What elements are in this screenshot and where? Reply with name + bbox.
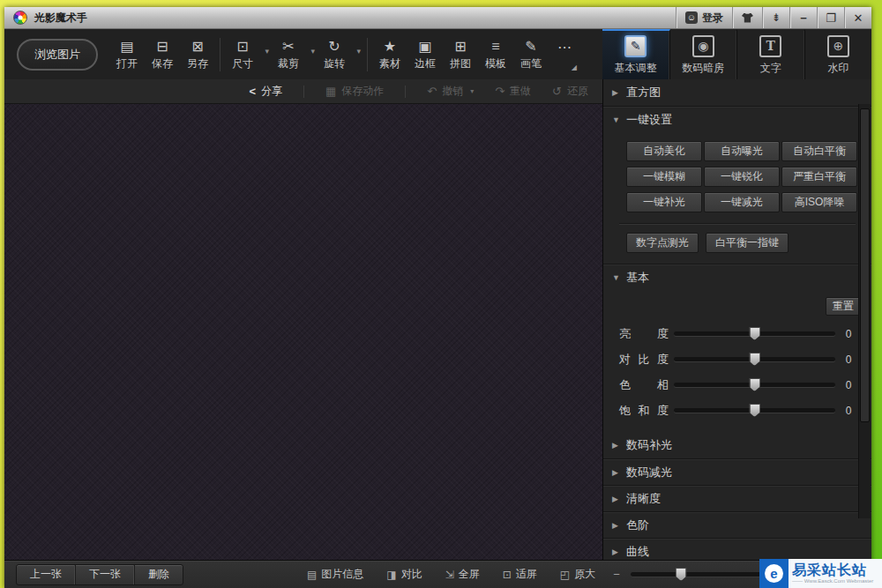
toolbar-button-brush[interactable]: 画笔 — [513, 33, 549, 77]
slider-track[interactable] — [674, 331, 835, 336]
edit-share[interactable]: 分享 — [249, 84, 282, 99]
edit-restore[interactable]: 还原 — [552, 84, 588, 99]
view-original-size[interactable]: 原大 — [560, 567, 595, 582]
zoom-out-button[interactable]: − — [611, 568, 622, 581]
reset-button[interactable]: 重置 — [826, 297, 861, 316]
tab-basic-adjust[interactable]: 基本调整 — [602, 29, 670, 79]
edit-save-action[interactable]: 保存动作 — [325, 84, 384, 99]
tab-label: 基本调整 — [615, 61, 657, 76]
darkroom-icon — [692, 35, 714, 57]
triangle-collapsed-icon: ▶ — [612, 547, 619, 556]
one-key-button[interactable]: 严重白平衡 — [781, 167, 857, 187]
minimize-button[interactable]: − — [789, 7, 817, 28]
toolbar-more-button[interactable]: ⋯ ◢ — [549, 33, 580, 77]
tab-text[interactable]: 文字 — [737, 29, 805, 79]
view-label: 适屏 — [516, 567, 537, 582]
section-数码补光[interactable]: ▶数码补光 — [603, 432, 871, 458]
corner-triangle-icon: ◢ — [572, 63, 577, 71]
toolbar-button-crop[interactable]: 裁剪▾ — [271, 33, 317, 77]
toolbar-buttons: 打开保存另存尺寸▾裁剪▾旋转▾素材边框拼图模板画笔⋯ ◢ — [109, 33, 580, 77]
view-fit-screen[interactable]: 适屏 — [503, 567, 537, 582]
section-title: 清晰度 — [626, 491, 661, 507]
template-icon — [491, 39, 499, 55]
section-数码减光[interactable]: ▶数码减光 — [603, 458, 871, 485]
one-key-button[interactable]: 一键模糊 — [626, 167, 702, 187]
toolbar-button-rotate[interactable]: 旋转▾ — [317, 33, 363, 77]
slider-label: 饱和度 — [619, 403, 669, 419]
toolbar-button-save[interactable]: 保存 — [145, 33, 180, 77]
nav-button[interactable]: 下一张 — [76, 565, 135, 584]
one-key-button[interactable]: 自动美化 — [626, 141, 702, 161]
one-key-button[interactable]: 一键减光 — [704, 192, 780, 212]
watermark-subtext: —— Www.Easck.Com Webmaster — [792, 577, 882, 584]
view-image-info[interactable]: 图片信息 — [307, 567, 363, 582]
toolbar-button-save-as[interactable]: 另存 — [180, 33, 215, 77]
one-key-button[interactable]: 自动曝光 — [704, 141, 780, 161]
section-清晰度[interactable]: ▶清晰度 — [603, 485, 871, 511]
tab-label: 水印 — [827, 61, 848, 76]
edit-redo[interactable]: 重做 — [495, 84, 531, 99]
section-histogram[interactable]: ▶ 直方图 — [603, 79, 871, 106]
panel-scrollbar[interactable] — [858, 104, 871, 518]
toolbar-button-resize[interactable]: 尺寸▾ — [225, 33, 271, 77]
one-key-extra-button[interactable]: 白平衡一指键 — [706, 233, 789, 253]
browse-images-button[interactable]: 浏览图片 — [17, 39, 98, 71]
login-label: 登录 — [702, 11, 723, 26]
edit-undo[interactable]: 撤销▾ — [427, 84, 474, 99]
slider-handle[interactable] — [749, 404, 760, 417]
slider-handle[interactable] — [749, 353, 760, 366]
nav-button[interactable]: 上一张 — [17, 565, 76, 584]
watermark-icon — [827, 35, 849, 57]
basic-adjust-icon — [624, 35, 647, 57]
slider-track[interactable] — [674, 357, 835, 361]
section-title: 基本 — [626, 270, 649, 286]
section-basic[interactable]: ▼ 基本 — [603, 264, 871, 290]
section-曲线[interactable]: ▶曲线 — [603, 538, 871, 560]
brush-icon — [525, 39, 536, 55]
one-key-button[interactable]: 一键补光 — [626, 192, 702, 212]
tab-label: 文字 — [760, 61, 781, 76]
slider-track[interactable] — [674, 383, 835, 387]
toolbar-button-open[interactable]: 打开 — [109, 33, 145, 77]
maximize-button[interactable]: ❐ — [817, 7, 844, 28]
toolbar-button-label: 裁剪 — [278, 56, 299, 71]
view-label: 图片信息 — [321, 567, 363, 582]
toolbar-button-collage[interactable]: 拼图 — [443, 33, 478, 77]
zoom-slider-handle[interactable] — [676, 568, 687, 581]
login-button[interactable]: ☺ 登录 — [676, 7, 732, 28]
section-title: 色阶 — [626, 517, 649, 533]
nav-button[interactable]: 删除 — [135, 565, 183, 584]
avatar-smiley-icon: ☺ — [685, 11, 698, 24]
triangle-collapsed-icon: ▶ — [612, 468, 619, 477]
view-fullscreen[interactable]: 全屏 — [445, 567, 480, 582]
tab-watermark[interactable]: 水印 — [805, 29, 872, 79]
chevron-down-icon: ▾ — [356, 47, 361, 56]
one-key-button[interactable]: 自动白平衡 — [781, 141, 857, 161]
toolbar-button-frame[interactable]: 边框 — [407, 33, 443, 77]
section-色阶[interactable]: ▶色阶 — [603, 511, 871, 538]
slider-handle[interactable] — [749, 378, 760, 391]
one-key-extra-button[interactable]: 数字点测光 — [626, 233, 699, 253]
tab-label: 数码暗房 — [682, 61, 724, 76]
view-compare[interactable]: 对比 — [386, 567, 422, 582]
collapse-menu-button[interactable]: ⇟ — [762, 7, 789, 28]
triangle-collapsed-icon: ▶ — [612, 441, 619, 450]
section-one-key-settings[interactable]: ▼ 一键设置 — [603, 106, 871, 132]
zoom-slider-track[interactable] — [631, 572, 763, 577]
triangle-collapsed-icon: ▶ — [612, 495, 619, 503]
skin-theme-button[interactable] — [732, 7, 762, 28]
triangle-collapsed-icon: ▶ — [612, 521, 619, 530]
slider-track[interactable] — [674, 408, 835, 413]
one-key-button[interactable]: 一键锐化 — [704, 167, 780, 187]
watermark-logo-letter: e — [765, 564, 783, 583]
slider-handle[interactable] — [749, 327, 760, 340]
slider-label: 色相 — [619, 377, 669, 393]
toolbar-button-template[interactable]: 模板 — [478, 33, 513, 77]
toolbar-button-material[interactable]: 素材 — [372, 33, 407, 77]
tab-darkroom[interactable]: 数码暗房 — [670, 29, 738, 79]
scrollbar-thumb[interactable] — [860, 108, 870, 422]
fullscreen-icon — [445, 569, 454, 581]
close-button[interactable]: ✕ — [844, 7, 871, 28]
chevron-down-icon: ▾ — [265, 47, 269, 56]
one-key-button[interactable]: 高ISO降噪 — [781, 192, 857, 212]
